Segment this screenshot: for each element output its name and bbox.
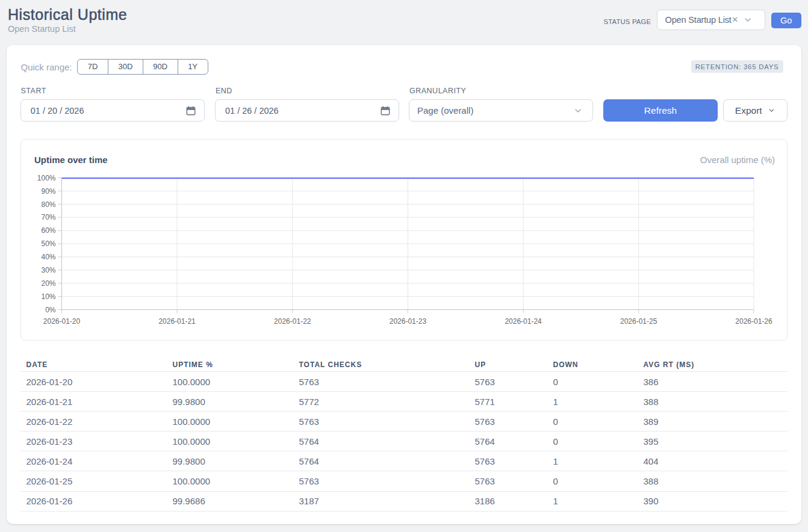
svg-text:50%: 50% (41, 240, 55, 248)
svg-text:2026-01-20: 2026-01-20 (43, 317, 81, 326)
svg-text:70%: 70% (41, 213, 55, 221)
svg-text:2026-01-23: 2026-01-23 (390, 317, 427, 326)
svg-text:2026-01-21: 2026-01-21 (158, 317, 196, 326)
svg-text:10%: 10% (41, 292, 55, 301)
svg-text:2026-01-22: 2026-01-22 (274, 317, 311, 326)
svg-text:30%: 30% (41, 266, 55, 274)
svg-text:40%: 40% (41, 253, 55, 261)
svg-text:90%: 90% (41, 187, 55, 196)
svg-text:2026-01-24: 2026-01-24 (505, 317, 542, 326)
svg-text:2026-01-26: 2026-01-26 (735, 317, 772, 326)
svg-text:20%: 20% (41, 279, 55, 288)
svg-text:0%: 0% (45, 306, 56, 314)
svg-text:100%: 100% (37, 174, 56, 182)
svg-text:60%: 60% (41, 226, 55, 235)
svg-text:2026-01-25: 2026-01-25 (620, 317, 657, 326)
svg-text:80%: 80% (41, 200, 55, 209)
